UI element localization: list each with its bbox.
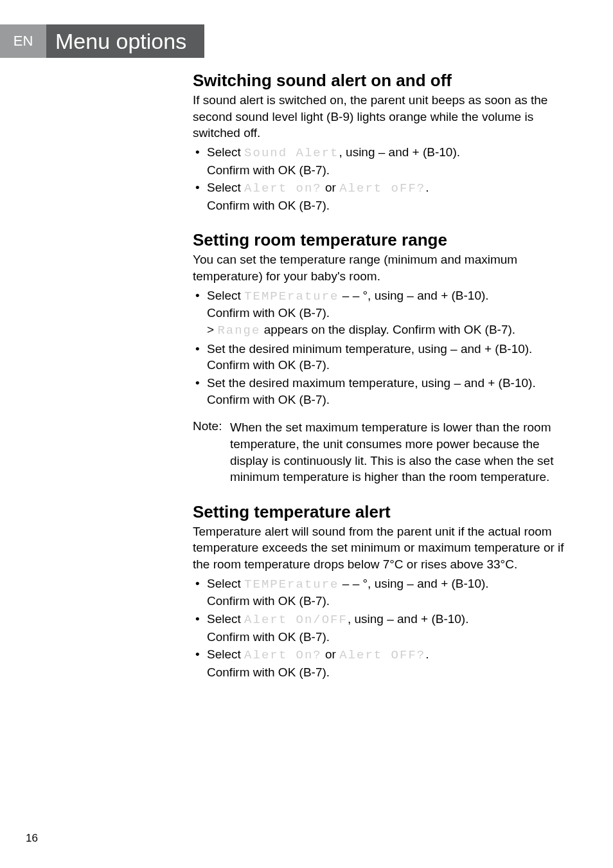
step-item: Select TEMPErature – – °, using – and + …: [193, 575, 574, 610]
intro-temp-alert: Temperature alert will sound from the pa…: [193, 523, 574, 573]
text: , using – and + (B-10).: [348, 612, 469, 626]
note-label: Note:: [193, 419, 230, 433]
text: Confirm with OK (B-7).: [207, 357, 574, 374]
text: Select: [207, 181, 244, 194]
steps-temp-alert: Select TEMPErature – – °, using – and + …: [193, 575, 574, 681]
text: Confirm with OK (B-7).: [207, 664, 574, 681]
heading-temp-range: Setting room temperature range: [193, 230, 574, 250]
display-text: TEMPErature: [244, 289, 339, 303]
step-item: Set the desired minimum temperature, usi…: [193, 341, 574, 374]
section-sound-alert: Switching sound alert on and off If soun…: [193, 71, 574, 213]
display-text: Alert OFF?: [339, 648, 425, 662]
page: ENMenu options Switching sound alert on …: [0, 0, 613, 868]
step-item: Select Alert On/OFF, using – and + (B-10…: [193, 611, 574, 645]
text: >: [207, 323, 217, 336]
display-text: Alert On/OFF: [244, 613, 348, 627]
content: Switching sound alert on and off If soun…: [193, 67, 574, 698]
text: .: [425, 181, 429, 194]
section-temp-alert: Setting temperature alert Temperature al…: [193, 502, 574, 681]
text: – – °, using – and + (B-10).: [339, 289, 489, 302]
step-item: Select Alert on? or Alert oFF?. Confirm …: [193, 179, 574, 213]
display-text: Alert on?: [244, 181, 322, 195]
text: Confirm with OK (B-7).: [207, 629, 574, 646]
note-body: When the set maximum temperature is lowe…: [230, 419, 574, 485]
steps-temp-range: Select TEMPErature – – °, using – and + …: [193, 287, 574, 408]
text: Confirm with OK (B-7).: [207, 197, 574, 214]
steps-sound-alert: Select Sound Alert, using – and + (B-10)…: [193, 144, 574, 214]
text: Select: [207, 145, 244, 159]
text: Confirm with OK (B-7).: [207, 162, 574, 179]
text: Select: [207, 577, 244, 590]
page-title: Menu options: [46, 24, 204, 58]
display-text: Alert oFF?: [339, 181, 425, 195]
page-number: 16: [26, 832, 38, 845]
note: Note: When the set maximum temperature i…: [193, 419, 574, 485]
step-item: Select TEMPErature – – °, using – and + …: [193, 287, 574, 339]
result-line: > Range appears on the display. Confirm …: [207, 321, 574, 339]
intro-sound-alert: If sound alert is switched on, the paren…: [193, 92, 574, 141]
text: Set the desired maximum temperature, usi…: [207, 376, 536, 390]
display-text: Sound Alert: [244, 146, 339, 160]
text: Set the desired minimum temperature, usi…: [207, 342, 532, 356]
text: appears on the display. Confirm with OK …: [260, 323, 515, 336]
text: Select: [207, 647, 244, 661]
text: .: [425, 647, 429, 661]
heading-sound-alert: Switching sound alert on and off: [193, 71, 574, 91]
text: , using – and + (B-10).: [339, 145, 461, 159]
heading-temp-alert: Setting temperature alert: [193, 502, 574, 522]
language-tab: EN: [0, 24, 46, 58]
text: or: [322, 181, 339, 194]
text: Select: [207, 612, 244, 626]
text: Confirm with OK (B-7).: [207, 593, 574, 610]
text: – – °, using – and + (B-10).: [339, 577, 489, 590]
step-item: Set the desired maximum temperature, usi…: [193, 375, 574, 408]
header-bar: ENMenu options: [0, 24, 204, 58]
display-text: Alert On?: [244, 648, 322, 662]
text: Select: [207, 289, 244, 302]
section-temp-range: Setting room temperature range You can s…: [193, 230, 574, 485]
text: or: [322, 647, 339, 661]
display-text: TEMPErature: [244, 577, 339, 592]
text: Confirm with OK (B-7).: [207, 392, 574, 408]
text: Confirm with OK (B-7).: [207, 305, 574, 321]
display-text: Range: [217, 323, 260, 338]
step-item: Select Sound Alert, using – and + (B-10)…: [193, 144, 574, 178]
step-item: Select Alert On? or Alert OFF?. Confirm …: [193, 646, 574, 680]
intro-temp-range: You can set the temperature range (minim…: [193, 251, 574, 284]
